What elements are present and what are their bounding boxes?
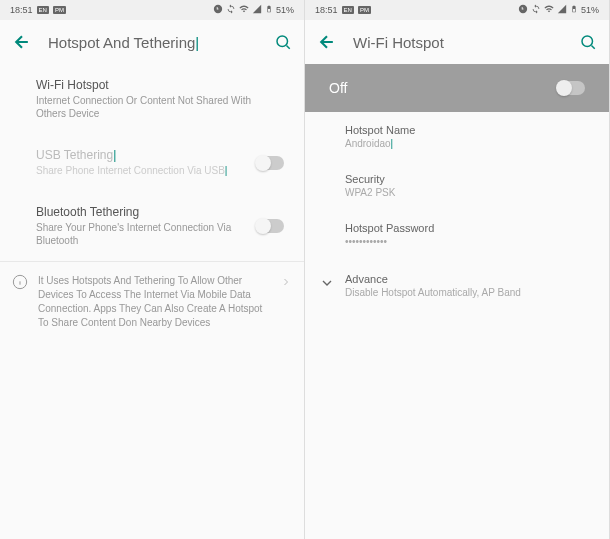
info-row[interactable]: It Uses Hotspots And Tethering To Allow … (0, 262, 304, 342)
svg-point-0 (277, 36, 288, 47)
battery-percent: 51% (276, 5, 294, 15)
password-label: Hotspot Password (345, 222, 569, 234)
sync-icon (226, 4, 236, 16)
status-time: 18:51 (10, 5, 33, 15)
status-badge-2: PM (53, 6, 66, 14)
advance-label: Advance (345, 273, 521, 285)
search-icon[interactable] (579, 33, 597, 51)
page-title: Hotspot And Tethering| (48, 34, 274, 51)
hotspot-name-item[interactable]: Hotspot Name Androidao| (305, 112, 609, 161)
security-item[interactable]: Security WPA2 PSK (305, 161, 609, 210)
header: Wi-Fi Hotspot (305, 20, 609, 64)
status-time: 18:51 (315, 5, 338, 15)
password-value: •••••••••••• (345, 236, 569, 247)
bluetooth-tethering-title: Bluetooth Tethering (36, 205, 256, 219)
sync-icon (531, 4, 541, 16)
status-bar: 18:51 EN PM 51% (0, 0, 304, 20)
search-icon[interactable] (274, 33, 292, 51)
signal-icon (252, 4, 262, 16)
signal-icon (557, 4, 567, 16)
info-icon (12, 274, 28, 330)
status-badge-1: EN (342, 6, 354, 14)
wifi-hotspot-item[interactable]: Wi-Fi Hotspot Internet Connection Or Con… (0, 64, 304, 134)
battery-percent: 51% (581, 5, 599, 15)
off-label: Off (329, 80, 347, 96)
wifi-icon (239, 4, 249, 16)
advance-item[interactable]: Advance Disable Hotspot Automatically, A… (305, 259, 609, 312)
alarm-icon (518, 4, 528, 16)
security-label: Security (345, 173, 569, 185)
bluetooth-tethering-subtitle: Share Your Phone's Internet Connection V… (36, 221, 256, 247)
info-text: It Uses Hotspots And Tethering To Allow … (38, 274, 270, 330)
usb-tethering-title: USB Tethering| (36, 148, 256, 162)
header: Hotspot And Tethering| (0, 20, 304, 64)
chevron-right-icon (280, 274, 292, 286)
hotspot-name-label: Hotspot Name (345, 124, 569, 136)
status-bar: 18:51 EN PM 51% (305, 0, 609, 20)
content: Wi-Fi Hotspot Internet Connection Or Con… (0, 64, 304, 342)
phone-right: 18:51 EN PM 51% Wi-Fi Ho (305, 0, 610, 539)
bluetooth-tethering-item[interactable]: Bluetooth Tethering Share Your Phone's I… (0, 191, 304, 261)
alarm-icon (213, 4, 223, 16)
page-title: Wi-Fi Hotspot (353, 34, 579, 51)
back-arrow-icon[interactable] (12, 32, 32, 52)
hotspot-name-value: Androidao| (345, 138, 569, 149)
usb-tethering-toggle (256, 156, 284, 170)
status-badge-2: PM (358, 6, 371, 14)
battery-icon (570, 4, 578, 16)
security-value: WPA2 PSK (345, 187, 569, 198)
chevron-down-icon (319, 275, 335, 291)
bluetooth-tethering-toggle[interactable] (256, 219, 284, 233)
hotspot-main-toggle[interactable] (557, 81, 585, 95)
status-badge-1: EN (37, 6, 49, 14)
usb-tethering-subtitle: Share Phone Internet Connection Via USB| (36, 164, 256, 177)
wifi-icon (544, 4, 554, 16)
phone-left: 18:51 EN PM 51% Hotspot (0, 0, 305, 539)
usb-tethering-item: USB Tethering| Share Phone Internet Conn… (0, 134, 304, 191)
wifi-hotspot-subtitle: Internet Connection Or Content Not Share… (36, 94, 268, 120)
hotspot-off-banner[interactable]: Off (305, 64, 609, 112)
battery-icon (265, 4, 273, 16)
back-arrow-icon[interactable] (317, 32, 337, 52)
advance-value: Disable Hotspot Automatically, AP Band (345, 287, 521, 298)
password-item[interactable]: Hotspot Password •••••••••••• (305, 210, 609, 259)
svg-point-2 (582, 36, 593, 47)
content: Hotspot Name Androidao| Security WPA2 PS… (305, 112, 609, 312)
wifi-hotspot-title: Wi-Fi Hotspot (36, 78, 268, 92)
